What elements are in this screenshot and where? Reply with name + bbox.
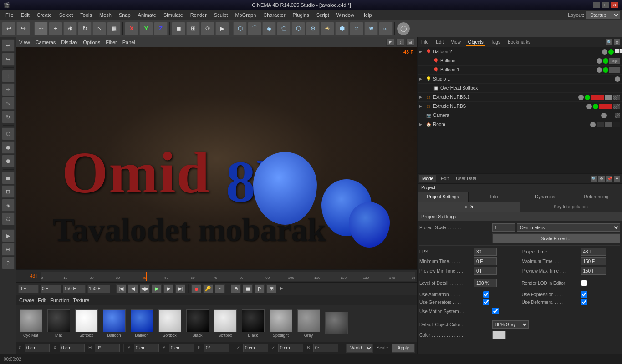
- end-frame-input[interactable]: [63, 285, 86, 293]
- menu-plugins[interactable]: Plugins: [289, 11, 313, 19]
- lt-scale[interactable]: ⤡: [2, 97, 15, 110]
- coord-p-input[interactable]: [204, 344, 229, 352]
- obj-dot1-room[interactable]: [590, 122, 596, 127]
- material-item-spotlight[interactable]: Spotlight: [268, 309, 293, 338]
- obj-filter-icon[interactable]: ⚙: [614, 39, 620, 46]
- coord-y2-input[interactable]: [169, 344, 194, 352]
- menu-mesh[interactable]: Mesh: [96, 11, 115, 19]
- attr-settings-icon[interactable]: ⚙: [598, 176, 605, 182]
- coord-z2-input[interactable]: [278, 344, 303, 352]
- object-row-balloon[interactable]: 🎈 Balloon tags: [418, 56, 622, 66]
- xref-button[interactable]: ∞: [379, 22, 393, 35]
- attr-input-lod[interactable]: [474, 279, 497, 287]
- refresh-tool[interactable]: ⟳: [201, 22, 214, 35]
- material-item-softbox1[interactable]: Softbox: [74, 309, 99, 338]
- coord-x-input[interactable]: [25, 344, 50, 352]
- obj-tab-bookmarks[interactable]: Bookmarks: [506, 39, 532, 46]
- play-reverse-button[interactable]: ◀▶: [140, 284, 150, 293]
- object-row-room[interactable]: ▶ 🏠 Room: [418, 120, 622, 129]
- material-item-softbox2[interactable]: Softbox: [157, 309, 182, 338]
- attr-tab-mode[interactable]: Mode: [419, 175, 436, 182]
- obj-search-icon[interactable]: 🔍: [606, 39, 612, 46]
- attr-input-preview-max[interactable]: [581, 267, 606, 275]
- menu-tools[interactable]: Tools: [76, 11, 96, 19]
- z-axis-button[interactable]: Z: [154, 22, 168, 35]
- attr-tab-edit[interactable]: Edit: [438, 175, 451, 182]
- object-row-studiol[interactable]: ▶ 💡 Studio L: [418, 75, 622, 84]
- lt-undo[interactable]: ↩: [2, 39, 15, 52]
- scale-tool-button[interactable]: ⤡: [92, 22, 106, 35]
- obj-dot2-extrude[interactable]: [593, 104, 598, 109]
- menu-window[interactable]: Window: [333, 11, 358, 19]
- snap-key-button[interactable]: ◼: [243, 284, 253, 293]
- coord-x2-input[interactable]: [60, 344, 85, 352]
- attr-input-project-time[interactable]: [581, 248, 606, 256]
- menu-animate[interactable]: Animate: [134, 11, 160, 19]
- lt-redo[interactable]: ↪: [2, 53, 15, 66]
- viewport-menu-filter[interactable]: Filter: [106, 40, 117, 45]
- menu-create[interactable]: Create: [33, 11, 56, 19]
- object-row-extrude1[interactable]: ▶ ⬡ Extrude NURBS.1: [418, 93, 622, 102]
- move-key-button[interactable]: ⊕: [231, 284, 241, 293]
- attr-arrow-icon[interactable]: ▼: [614, 176, 620, 182]
- vc-btn-1[interactable]: ◤: [386, 39, 394, 46]
- attr-check-use-motion[interactable]: [492, 308, 499, 314]
- lt-edges[interactable]: ⬢: [2, 141, 15, 154]
- obj-dot1-extrude1[interactable]: [578, 95, 584, 100]
- material-item-black2[interactable]: Black: [240, 309, 265, 338]
- viewport-menu-panel[interactable]: Panel: [122, 40, 135, 45]
- menu-snap[interactable]: Snap: [115, 11, 134, 19]
- scene-button[interactable]: ⬡: [291, 22, 305, 35]
- material-item-mat[interactable]: Mat: [46, 309, 71, 338]
- viewport-menu-view[interactable]: View: [19, 40, 30, 45]
- timeline-ruler[interactable]: 43 F 0 10 20 30 40 50 60 70 80 90 100 11…: [16, 269, 417, 282]
- obj-tab-edit[interactable]: Edit: [434, 39, 445, 46]
- hair-button[interactable]: ≋: [364, 22, 378, 35]
- attr-tab-dynamics[interactable]: Dynamics: [520, 192, 571, 202]
- cube-button[interactable]: ⬡: [233, 22, 247, 35]
- start-frame-input[interactable]: [18, 285, 39, 293]
- menu-render[interactable]: Render: [187, 11, 210, 19]
- attr-check-use-deformers[interactable]: [581, 299, 587, 305]
- viewport-menu-cameras[interactable]: Cameras: [36, 40, 56, 45]
- menu-character[interactable]: Character: [260, 11, 289, 19]
- object-row-extrude[interactable]: ▶ ⬡ Extrude NURBS: [418, 102, 622, 111]
- redo-button[interactable]: ↪: [16, 22, 30, 35]
- obj-dot2-balloon1[interactable]: [603, 67, 608, 73]
- attr-tab-referencing[interactable]: Referencing: [571, 192, 622, 202]
- coord-y-input[interactable]: [134, 344, 159, 352]
- attr-check-render-lod[interactable]: [581, 280, 587, 286]
- obj-dot1-camera[interactable]: [601, 113, 607, 118]
- obj-tab-file[interactable]: File: [419, 39, 430, 46]
- mograph-button[interactable]: ⬢: [335, 22, 349, 35]
- world-select[interactable]: World Object: [346, 344, 373, 353]
- camera-button[interactable]: ⊕: [306, 22, 320, 35]
- attr-input-preview-min[interactable]: [474, 267, 497, 275]
- goto-end-button[interactable]: ▶|: [175, 284, 185, 293]
- lt-render3[interactable]: ?: [2, 257, 15, 269]
- attr-select-unit[interactable]: Centimeters Meters: [517, 223, 620, 232]
- play-button[interactable]: ▶: [152, 284, 162, 293]
- menu-simulate[interactable]: Simulate: [160, 11, 187, 19]
- obj-dot2-balloon2[interactable]: [608, 49, 614, 55]
- obj-dot1-studiol[interactable]: [615, 76, 620, 82]
- obj-dot1-extrude[interactable]: [586, 104, 592, 109]
- rotate-tool-button[interactable]: ↻: [78, 22, 92, 35]
- lt-points[interactable]: ⬡: [2, 127, 15, 140]
- attr-color-swatch[interactable]: [492, 331, 506, 339]
- nurbs-button[interactable]: ◈: [262, 22, 276, 35]
- mat-menu-texture[interactable]: Texture: [73, 298, 89, 303]
- attr-tab-userdata[interactable]: User Data: [453, 175, 479, 182]
- character-button[interactable]: ☺: [350, 22, 363, 35]
- goto-start-button[interactable]: |◀: [116, 284, 126, 293]
- attr-tab-key-interp[interactable]: Key Interpolation: [520, 202, 622, 212]
- vc-btn-2[interactable]: ↕: [396, 39, 404, 46]
- close-button[interactable]: ✕: [611, 2, 618, 8]
- material-item-cycmat[interactable]: Cyc Mat: [18, 309, 43, 338]
- menu-mograph[interactable]: MoGraph: [231, 11, 260, 19]
- lt-render[interactable]: ▶: [2, 229, 15, 242]
- object-row-balloon1[interactable]: 🎈 Balloon.1: [418, 66, 622, 75]
- obj-dot1-balloon1[interactable]: [597, 67, 602, 73]
- obj-dot2-balloon[interactable]: [603, 58, 608, 64]
- menu-script[interactable]: Script: [313, 11, 333, 19]
